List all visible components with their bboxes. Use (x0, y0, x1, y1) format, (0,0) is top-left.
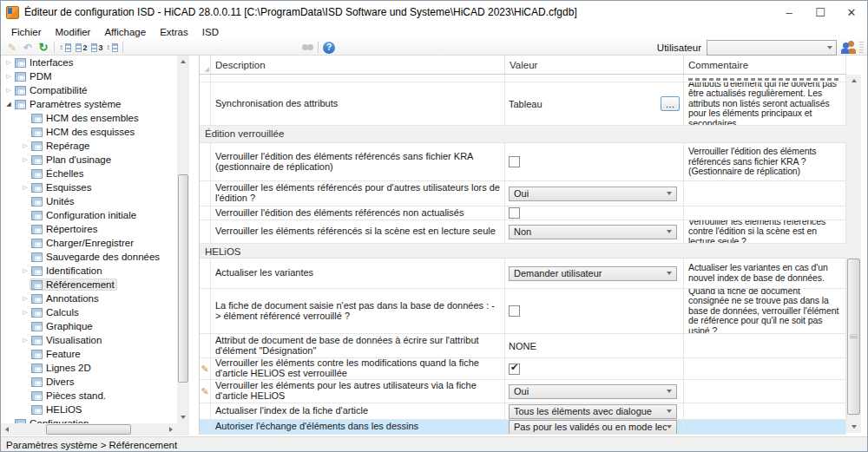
value-dropdown[interactable]: Demander utilisateur (509, 266, 677, 281)
tree-item[interactable]: ▷Repérage (1, 139, 177, 153)
tree-vertical-scrollbar[interactable] (177, 56, 189, 423)
value-checkbox[interactable] (509, 207, 520, 219)
menu-affichage[interactable]: Affichage (97, 25, 153, 39)
tree-item[interactable]: Divers (1, 375, 177, 389)
tree-item[interactable]: Charger/Enregistrer (1, 236, 177, 250)
value-dropdown[interactable]: Oui (509, 384, 677, 399)
settings-row[interactable]: ✎Verrouiller les éléments contre les mod… (200, 358, 846, 380)
section-header[interactable]: HELiOS (200, 244, 846, 259)
tree-item[interactable]: ▷PDM (1, 69, 177, 83)
tree-item[interactable]: Sauvegarde des données (1, 250, 177, 264)
menu-extras[interactable]: Extras (153, 25, 195, 39)
ellipsis-button[interactable]: … (661, 96, 680, 111)
settings-row[interactable]: ✎Verrouiller les éléments pour les autre… (200, 380, 846, 403)
settings-row[interactable]: Synchronisation des attributsTableau…Att… (200, 82, 846, 126)
expand-arrow-icon[interactable]: ▷ (21, 184, 30, 191)
settings-row[interactable]: Verrouiller les éléments référencés si l… (200, 220, 846, 244)
value-dropdown[interactable]: Non (509, 225, 677, 239)
tree-item[interactable]: Unités (1, 194, 177, 208)
expand-arrow-icon[interactable]: ▷ (21, 156, 30, 163)
settings-row[interactable]: Verrouiller les éléments référencés pour… (200, 181, 846, 206)
refresh-button[interactable]: ↻ (36, 41, 51, 55)
settings-row[interactable]: Attribut de document de base de données … (200, 334, 846, 358)
tree-item[interactable]: Configuration (1, 416, 177, 423)
settings-row[interactable]: Autoriser l'échange d'éléments dans les … (200, 420, 846, 435)
user-dropdown[interactable] (707, 40, 837, 56)
tree-hscrollbar-thumb[interactable] (46, 424, 131, 435)
column-header-description[interactable]: Description (211, 56, 505, 74)
tree-item[interactable]: ▷Calculs (1, 305, 177, 319)
expand-arrow-icon[interactable]: ▷ (21, 337, 30, 344)
tree-item[interactable]: Référencement (1, 278, 177, 292)
section-header[interactable]: Édition verrouillée (200, 126, 846, 143)
tree-scrollbar-thumb[interactable] (178, 174, 188, 383)
tree-horizontal-scrollbar[interactable] (1, 423, 177, 436)
scroll-up-button[interactable] (177, 56, 189, 68)
expand-arrow-icon[interactable]: ▷ (21, 309, 30, 316)
value-checkbox[interactable] (509, 305, 520, 317)
value-checkbox[interactable] (509, 156, 520, 167)
maximize-button[interactable]: ☐ (805, 1, 836, 23)
expand-arrow-icon[interactable]: ▷ (4, 87, 13, 94)
collapse-arrow-icon[interactable]: ◢ (4, 101, 13, 108)
expand-arrow-icon[interactable]: ▷ (4, 59, 13, 66)
tree-item[interactable]: Lignes 2D (1, 361, 177, 375)
tree-item[interactable]: Échelles (1, 167, 177, 180)
settings-row[interactable]: Verrouiller l'édition des éléments référ… (200, 143, 846, 181)
collapse-all-button[interactable]: ↕ (104, 41, 120, 55)
value-dropdown[interactable]: Tous les éléments avec dialogue (509, 404, 677, 419)
tree-item[interactable]: ◢Paramètres système (1, 97, 177, 111)
expand-arrow-icon[interactable]: ▷ (21, 295, 30, 302)
menu-modifier[interactable]: Modifier (49, 25, 98, 39)
tree-item[interactable]: ▷Compatibilité (1, 83, 177, 97)
settings-row[interactable]: Verrouiller l'édition des éléments référ… (200, 206, 846, 220)
close-button[interactable]: ✕ (836, 1, 867, 23)
edit-button[interactable]: ✎ (4, 41, 20, 55)
settings-row[interactable]: Actualiser les variantesDemander utilisa… (200, 259, 846, 289)
tree-item[interactable]: ▷Identification (1, 264, 177, 278)
tree-item[interactable]: HCM des ensembles (1, 111, 177, 125)
expand-level-3-button[interactable]: 3 (89, 41, 104, 55)
tree-item[interactable]: Graphique (1, 319, 177, 333)
settings-row[interactable]: La fiche de document saisie n'est pas da… (200, 289, 846, 334)
column-header-valeur[interactable]: Valeur (505, 56, 684, 74)
expand-arrow-icon[interactable]: ▷ (4, 73, 13, 80)
minimize-button[interactable]: – (773, 1, 805, 23)
tree-item[interactable]: Feature (1, 347, 177, 361)
tree-item[interactable]: Répertoires (1, 222, 177, 236)
expand-level-1-button[interactable]: ↕ (57, 41, 73, 55)
clipped-row[interactable] (200, 75, 846, 82)
tree-item[interactable]: HCM des esquisses (1, 125, 177, 139)
value-dropdown[interactable]: Pas pour les validés ou en mode lecture (509, 420, 677, 434)
tree-item[interactable]: ▷Interfaces (1, 56, 177, 69)
settings-row[interactable]: Actualiser l'index de la fiche d'article… (200, 403, 846, 420)
value-dropdown[interactable]: Oui (509, 187, 677, 201)
tree-item[interactable]: Configuration initiale (1, 208, 177, 222)
scroll-down-button[interactable] (177, 411, 189, 423)
menu-isd[interactable]: ISD (195, 25, 226, 39)
scroll-right-button[interactable] (165, 423, 177, 436)
value-checkbox[interactable]: ✔ (509, 364, 520, 375)
row-indicator-header[interactable]: ◢ (200, 56, 211, 74)
help-button[interactable]: ? (321, 41, 337, 55)
scroll-down-button[interactable] (846, 421, 861, 433)
users-icon[interactable] (841, 41, 856, 54)
scroll-up-button[interactable] (846, 75, 861, 87)
grid-vertical-scrollbar[interactable] (846, 75, 861, 433)
expand-arrow-icon[interactable]: ▷ (21, 267, 30, 274)
tree-item[interactable]: Pièces stand. (1, 389, 177, 403)
expand-level-2-button[interactable]: 2 (73, 41, 89, 55)
tree-item[interactable]: ▷Plan d'usinage (1, 153, 177, 167)
description-text: Verrouiller les éléments pour les autres… (215, 381, 500, 402)
tree-item[interactable]: ▷Annotations (1, 292, 177, 305)
tree-item[interactable]: ▷Visualisation (1, 333, 177, 347)
tree-item[interactable]: HELiOS (1, 403, 177, 416)
undo-button[interactable]: ↶ (20, 41, 36, 55)
scroll-left-button[interactable] (1, 423, 13, 436)
column-header-commentaire[interactable]: Commentaire (684, 56, 846, 74)
menu-fichier[interactable]: Fichier (4, 25, 49, 39)
expand-arrow-icon[interactable]: ▷ (21, 142, 30, 149)
find-button[interactable] (299, 41, 315, 55)
tree-item[interactable]: ▷Esquisses (1, 180, 177, 194)
grid-scrollbar-thumb[interactable] (847, 259, 860, 415)
